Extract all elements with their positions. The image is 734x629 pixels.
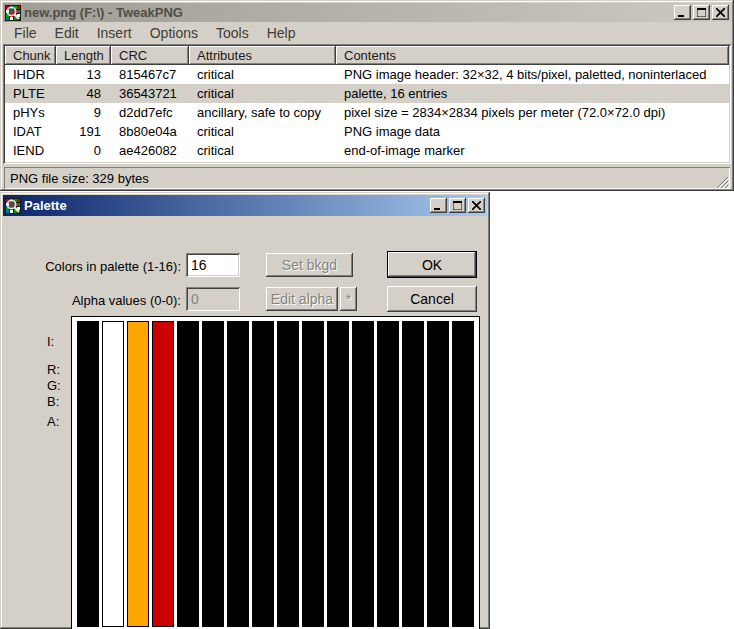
colors-in-palette-input[interactable] [186,253,240,277]
palette-close-button[interactable] [468,198,485,213]
cell-contents: end-of-image marker [336,141,729,160]
colors-in-palette-label: Colors in palette (1-16): [3,259,181,274]
palette-swatch-11[interactable] [352,321,374,627]
cell-chunk: pHYs [5,103,56,122]
menu-tools[interactable]: Tools [207,23,258,43]
cell-crc: ae426082 [111,141,189,160]
chunk-row-iend[interactable]: IEND0ae426082criticalend-of-image marker [5,141,729,160]
menu-insert[interactable]: Insert [88,23,141,43]
column-header-crc[interactable]: CRC [111,46,189,65]
cell-attributes: critical [189,141,336,160]
palette-swatch-strip [71,316,480,629]
edit-alpha-button[interactable]: Edit alpha [266,287,338,311]
palette-swatch-9[interactable] [302,321,324,627]
channel-label-r: R: [47,362,60,377]
menu-file[interactable]: File [5,23,46,43]
column-header-contents[interactable]: Contents [336,46,729,65]
cancel-button[interactable]: Cancel [387,286,477,312]
cell-length: 13 [56,65,111,84]
main-minimize-button[interactable] [674,5,691,20]
menu-edit[interactable]: Edit [46,23,88,43]
alpha-values-input[interactable] [186,287,240,311]
main-titlebar[interactable]: new.png (F:\) - TweakPNG [3,3,731,22]
status-bar: PNG file size: 329 bytes [3,164,731,190]
column-header-length[interactable]: Length [56,46,111,65]
tweakpng-main-window: new.png (F:\) - TweakPNG FileEditInsertO… [0,0,734,191]
cell-chunk: PLTE [5,84,56,103]
palette-titlebar[interactable]: Palette [3,195,487,216]
cell-contents: PNG image data [336,122,729,141]
palette-swatch-7[interactable] [252,321,274,627]
cell-length: 0 [56,141,111,160]
file-size-status: PNG file size: 329 bytes [10,171,149,186]
set-bkgd-button[interactable]: Set bkgd [266,253,353,277]
cell-length: 48 [56,84,111,103]
palette-maximize-button[interactable] [449,198,466,213]
cell-attributes: critical [189,84,336,103]
palette-swatch-6[interactable] [227,321,249,627]
chunk-row-phys[interactable]: pHYs9d2dd7efcancillary, safe to copypixe… [5,103,729,122]
status-panel: PNG file size: 329 bytes [4,167,730,189]
channel-label-g: G: [47,378,61,393]
cell-crc: 36543721 [111,84,189,103]
menu-options[interactable]: Options [141,23,207,43]
chunk-list-body: IHDR13815467c7criticalPNG image header: … [5,65,729,160]
asterisk-button[interactable]: * [340,287,357,311]
palette-swatch-14[interactable] [427,321,449,627]
column-header-attributes[interactable]: Attributes [189,46,336,65]
palette-minimize-button[interactable] [430,198,447,213]
cell-contents: palette, 16 entries [336,84,729,103]
cell-length: 9 [56,103,111,122]
palette-swatch-13[interactable] [402,321,424,627]
palette-swatch-1[interactable] [102,321,124,627]
cell-crc: d2dd7efc [111,103,189,122]
chunk-row-plte[interactable]: PLTE4836543721criticalpalette, 16 entrie… [5,84,729,103]
menu-bar: FileEditInsertOptionsToolsHelp [3,22,731,44]
palette-swatch-5[interactable] [202,321,224,627]
ok-button[interactable]: OK [387,251,477,278]
palette-swatch-2[interactable] [127,321,149,627]
alpha-values-label: Alpha values (0-0): [3,293,181,308]
cell-attributes: ancillary, safe to copy [189,103,336,122]
palette-dialog: Palette Colors in palette (1-16): Set bk… [0,192,490,629]
cell-chunk: IDAT [5,122,56,141]
palette-swatch-10[interactable] [327,321,349,627]
channel-label-b: B: [47,394,59,409]
palette-swatch-4[interactable] [177,321,199,627]
main-maximize-button[interactable] [693,5,710,20]
column-header-chunk[interactable]: Chunk [5,46,56,65]
chunk-row-idat[interactable]: IDAT1918b80e04acriticalPNG image data [5,122,729,141]
main-window-title: new.png (F:\) - TweakPNG [24,5,674,20]
palette-swatch-12[interactable] [377,321,399,627]
cell-attributes: critical [189,65,336,84]
cell-length: 191 [56,122,111,141]
cell-contents: PNG image header: 32×32, 4 bits/pixel, p… [336,65,729,84]
channel-label-i: I: [47,334,54,349]
chunk-list-header: ChunkLengthCRCAttributesContents [5,46,729,65]
cell-chunk: IEND [5,141,56,160]
cell-crc: 815467c7 [111,65,189,84]
chunk-listview: ChunkLengthCRCAttributesContents IHDR138… [3,44,731,164]
cell-crc: 8b80e04a [111,122,189,141]
resize-grip-icon[interactable] [716,175,729,188]
palette-dialog-title: Palette [24,198,430,213]
channel-label-a: A: [47,414,59,429]
cell-chunk: IHDR [5,65,56,84]
palette-swatch-8[interactable] [277,321,299,627]
palette-swatch-0[interactable] [77,321,99,627]
cell-contents: pixel size = 2834×2834 pixels per meter … [336,103,729,122]
palette-swatch-3[interactable] [152,321,174,627]
chunk-row-ihdr[interactable]: IHDR13815467c7criticalPNG image header: … [5,65,729,84]
tweakpng-app-icon [5,5,21,21]
main-close-button[interactable] [712,5,729,20]
palette-dialog-icon [5,198,21,214]
menu-help[interactable]: Help [258,23,305,43]
cell-attributes: critical [189,122,336,141]
palette-swatch-15[interactable] [452,321,474,627]
